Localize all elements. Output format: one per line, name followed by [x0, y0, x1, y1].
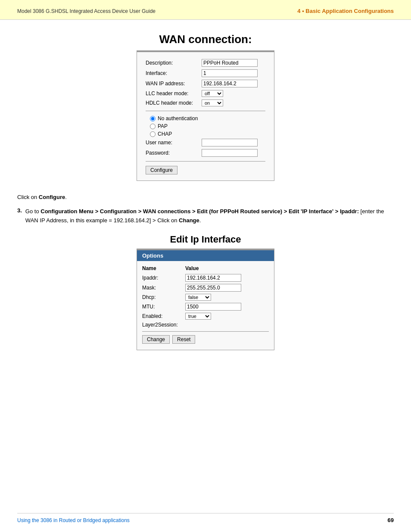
- layer2session-label: Layer2Session:: [142, 322, 185, 328]
- options-header: Options: [137, 250, 274, 261]
- edit-form-divider: [142, 331, 269, 332]
- edit-form-container: Options Name Value Ipaddr: Mask:: [137, 249, 274, 350]
- llc-header-select[interactable]: off on: [202, 90, 223, 97]
- mtu-input[interactable]: [185, 303, 241, 311]
- mask-label: Mask:: [142, 285, 185, 291]
- footer-right-text: 69: [388, 517, 394, 523]
- dhcp-row: Dhcp: false true: [142, 294, 269, 301]
- ipaddr-label: Ipaddr:: [142, 275, 185, 281]
- page-footer: Using the 3086 in Routed or Bridged appl…: [17, 513, 394, 523]
- chap-radio[interactable]: [150, 131, 156, 137]
- header-right-text: 4 • Basic Application Configurations: [297, 8, 394, 14]
- hdlc-header-select[interactable]: on off: [202, 100, 223, 106]
- page-header: Model 3086 G.SHDSL Integrated Access Dev…: [0, 0, 411, 20]
- no-auth-radio[interactable]: [150, 116, 156, 121]
- col-name-header: Name: [142, 265, 185, 271]
- username-label: User name:: [146, 140, 202, 146]
- ipaddr-row: Ipaddr:: [142, 274, 269, 282]
- username-input[interactable]: [202, 139, 258, 146]
- wan-description-input[interactable]: [202, 59, 258, 67]
- mask-row: Mask:: [142, 284, 269, 292]
- chap-label: CHAP: [158, 131, 172, 137]
- password-input[interactable]: [202, 149, 258, 157]
- hdlc-header-label: HDLC header mode:: [146, 100, 202, 106]
- dhcp-label: Dhcp:: [142, 294, 185, 300]
- instruction-bold: Configure: [39, 194, 65, 200]
- edit-buttons-row: Change Reset: [142, 335, 269, 344]
- header-left-text: Model 3086 G.SHDSL Integrated Access Dev…: [17, 8, 156, 14]
- reset-button[interactable]: Reset: [172, 335, 195, 344]
- step3-number: 3.: [17, 207, 22, 225]
- pap-row: PAP: [150, 123, 265, 129]
- username-row: User name:: [146, 139, 265, 146]
- wan-form-divider: [146, 111, 265, 111]
- hdlc-header-row: HDLC header mode: on off: [146, 100, 265, 106]
- enabled-label: Enabled:: [142, 313, 185, 319]
- layer2session-row: Layer2Session:: [142, 322, 269, 328]
- wan-interface-label: Interface:: [146, 70, 202, 76]
- mtu-label: MTU:: [142, 304, 185, 310]
- mask-input[interactable]: [185, 284, 241, 292]
- change-button[interactable]: Change: [142, 335, 170, 344]
- edit-title: Edit Ip Interface: [170, 234, 241, 245]
- wan-ip-label: WAN IP address:: [146, 81, 202, 87]
- wan-form-inner: Description: Interface: WAN IP address: …: [137, 52, 274, 180]
- wan-description-row: Description:: [146, 59, 265, 67]
- instruction-after: .: [65, 194, 67, 200]
- edit-form-inner: Name Value Ipaddr: Mask: Dhcp:: [137, 261, 274, 350]
- no-auth-label: No authentication: [158, 115, 198, 121]
- enabled-select[interactable]: true false: [185, 313, 211, 320]
- wan-ip-row: WAN IP address:: [146, 80, 265, 87]
- llc-header-label: LLC header mode:: [146, 90, 202, 96]
- mtu-row: MTU:: [142, 303, 269, 311]
- pap-radio[interactable]: [150, 124, 156, 129]
- llc-header-row: LLC header mode: off on: [146, 90, 265, 97]
- wan-interface-input[interactable]: [202, 69, 258, 77]
- edit-section: Edit Ip Interface Options Name Value Ipa…: [17, 234, 394, 350]
- dhcp-select[interactable]: false true: [185, 294, 211, 301]
- footer-left-text: Using the 3086 in Routed or Bridged appl…: [17, 517, 130, 523]
- wan-title: WAN connection:: [159, 33, 252, 46]
- wan-section: WAN connection: Description: Interface: …: [17, 33, 394, 181]
- configure-button[interactable]: Configure: [146, 166, 177, 174]
- password-row: Password:: [146, 149, 265, 157]
- instruction-before: Click on: [17, 194, 39, 200]
- instruction-text: Click on Configure.: [17, 194, 394, 200]
- table-header-row: Name Value: [142, 265, 269, 271]
- step3-text: Go to Configuration Menu > Configuration…: [25, 207, 394, 225]
- wan-form-container: Description: Interface: WAN IP address: …: [137, 50, 274, 181]
- col-value-header: Value: [185, 265, 199, 271]
- password-label: Password:: [146, 150, 202, 156]
- pap-label: PAP: [158, 123, 168, 129]
- wan-ip-input[interactable]: [202, 80, 258, 87]
- enabled-row: Enabled: true false: [142, 313, 269, 320]
- wan-description-label: Description:: [146, 60, 202, 66]
- no-auth-row: No authentication: [150, 115, 265, 121]
- page-content: WAN connection: Description: Interface: …: [0, 20, 411, 367]
- wan-interface-row: Interface:: [146, 69, 265, 77]
- step3-row: 3. Go to Configuration Menu > Configurat…: [17, 207, 394, 225]
- ipaddr-input[interactable]: [185, 274, 241, 282]
- chap-row: CHAP: [150, 131, 265, 137]
- wan-form-divider2: [146, 161, 265, 162]
